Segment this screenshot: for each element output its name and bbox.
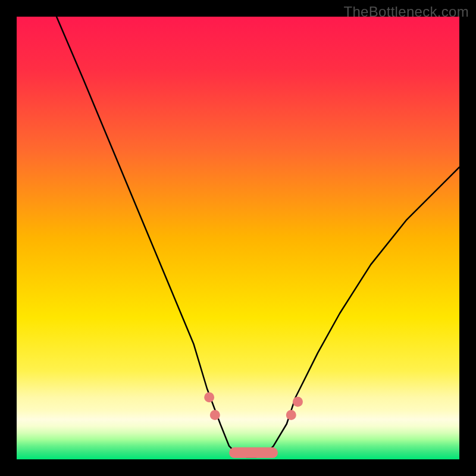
- accent-dot-3: [286, 410, 296, 420]
- accent-segment-low: [229, 447, 278, 458]
- accent-dot-4: [293, 397, 303, 407]
- accent-dot-2: [210, 410, 220, 420]
- accent-dot-1: [204, 392, 214, 402]
- chart-frame: TheBottleneck.com: [0, 0, 476, 476]
- watermark-text: TheBottleneck.com: [343, 4, 469, 20]
- chart-svg: [17, 17, 459, 459]
